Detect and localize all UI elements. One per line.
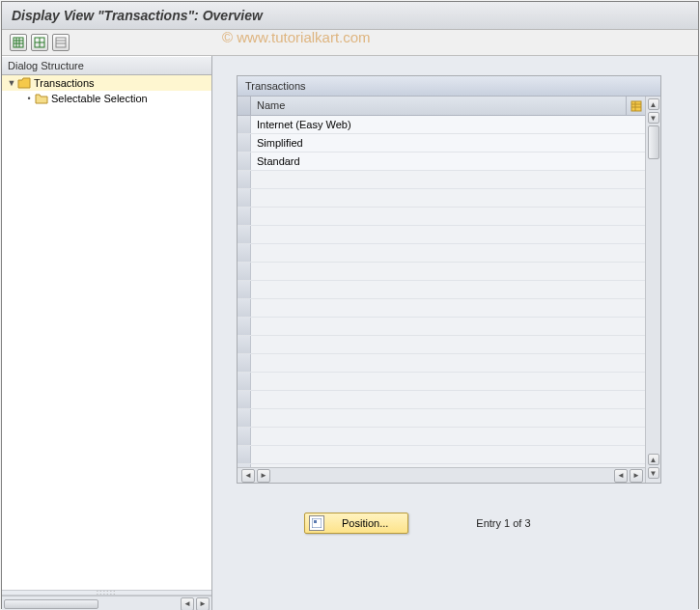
row-selector[interactable]: [238, 409, 251, 427]
cell-name: [251, 446, 645, 463]
table-row[interactable]: [238, 226, 645, 244]
table-row[interactable]: [238, 354, 645, 373]
scroll-up-icon[interactable]: ▲: [648, 98, 659, 110]
row-selector[interactable]: [238, 189, 251, 207]
row-selector[interactable]: [238, 226, 251, 243]
scroll-left-icon[interactable]: ◄: [181, 597, 194, 611]
row-selector[interactable]: [238, 354, 251, 372]
cell-name: [251, 171, 645, 188]
tree-item-transactions[interactable]: ▼ Transactions: [2, 75, 211, 91]
table-row[interactable]: [238, 281, 645, 299]
cell-name: [251, 189, 645, 207]
column-header-name[interactable]: Name: [251, 97, 626, 115]
table-row[interactable]: [238, 373, 645, 391]
table-row[interactable]: Internet (Easy Web): [238, 116, 645, 134]
table-row[interactable]: [238, 336, 645, 354]
grid-green2-icon: [34, 37, 45, 48]
tree: ▼ Transactions • Selectable Selection: [2, 75, 211, 590]
table-row[interactable]: [238, 391, 645, 409]
scroll-up-icon[interactable]: ▲: [648, 454, 659, 465]
content-area: Transactions Name Internet (Easy Web)Sim…: [212, 56, 698, 610]
row-selector[interactable]: [238, 336, 251, 353]
table-row[interactable]: [238, 189, 645, 208]
scrollbar-thumb[interactable]: [4, 599, 98, 609]
svg-rect-11: [631, 101, 641, 111]
row-selector[interactable]: [238, 116, 251, 133]
row-selector[interactable]: [238, 318, 251, 335]
configure-columns-button[interactable]: [626, 97, 645, 115]
scroll-right-icon[interactable]: ►: [630, 469, 643, 483]
column-header-row: Name: [238, 97, 645, 116]
cell-name: [251, 226, 645, 243]
table-row[interactable]: [238, 263, 645, 281]
toolbar: [2, 30, 698, 56]
table-settings-icon: [630, 100, 642, 112]
cell-name: Standard: [251, 152, 645, 170]
table-row[interactable]: [238, 171, 645, 189]
select-all-column[interactable]: [238, 97, 251, 115]
row-selector[interactable]: [238, 244, 251, 262]
table-vscrollbar[interactable]: ▲ ▼ ▲ ▼: [645, 97, 660, 483]
table-row[interactable]: Standard: [238, 152, 645, 171]
collapse-icon[interactable]: ▼: [6, 78, 17, 88]
row-selector[interactable]: [238, 391, 251, 408]
scroll-right-icon[interactable]: ►: [196, 597, 210, 611]
scrollbar-thumb[interactable]: [648, 125, 659, 159]
row-selector[interactable]: [238, 208, 251, 225]
cell-name: [251, 409, 645, 427]
position-button-label: Position...: [342, 517, 388, 529]
svg-rect-8: [56, 38, 66, 47]
toolbar-button-1[interactable]: [10, 34, 27, 51]
sidebar-hscrollbar[interactable]: ◄ ►: [2, 596, 211, 610]
sidebar-header: Dialog Structure: [2, 56, 211, 75]
row-selector[interactable]: [238, 152, 251, 170]
table-row[interactable]: [238, 428, 645, 446]
toolbar-button-3[interactable]: [52, 34, 70, 51]
table-row[interactable]: [238, 244, 645, 263]
table-row[interactable]: Simplified: [238, 134, 645, 152]
entry-counter: Entry 1 of 3: [476, 517, 530, 529]
cell-name: [251, 208, 645, 225]
row-selector[interactable]: [238, 428, 251, 445]
position-icon: [309, 515, 324, 531]
panel-title: Transactions: [238, 76, 660, 97]
scroll-left-icon[interactable]: ◄: [614, 469, 628, 483]
toolbar-button-2[interactable]: [31, 34, 48, 51]
cell-name: [251, 281, 645, 298]
scroll-down-icon[interactable]: ▼: [648, 467, 659, 479]
cell-name: Simplified: [251, 134, 645, 152]
bullet-icon: •: [23, 94, 35, 103]
table-row[interactable]: [238, 208, 645, 226]
table-row[interactable]: [238, 446, 645, 464]
scroll-right-icon[interactable]: ►: [257, 469, 270, 483]
table-hscrollbar[interactable]: ◄ ► ◄ ►: [238, 467, 645, 483]
transactions-panel: Transactions Name Internet (Easy Web)Sim…: [237, 75, 661, 484]
table-row[interactable]: [238, 299, 645, 318]
tree-item-label: Selectable Selection: [51, 93, 148, 104]
cell-name: [251, 373, 645, 390]
scrollbar-track[interactable]: [648, 125, 659, 454]
row-selector[interactable]: [238, 134, 251, 152]
cell-name: [251, 354, 645, 372]
table-row[interactable]: [238, 318, 645, 336]
grid-green-icon: [13, 37, 24, 48]
cell-name: [251, 336, 645, 353]
row-selector[interactable]: [238, 299, 251, 317]
row-selector[interactable]: [238, 446, 251, 463]
page-title: Display View "Transactions": Overview: [2, 2, 698, 30]
scroll-left-icon[interactable]: ◄: [241, 469, 255, 483]
dialog-structure-sidebar: Dialog Structure ▼ Transactions • Select…: [2, 56, 212, 610]
row-selector[interactable]: [238, 171, 251, 188]
position-button[interactable]: Position...: [304, 513, 408, 534]
table-body: Internet (Easy Web)SimplifiedStandard: [238, 116, 645, 467]
table-row[interactable]: [238, 409, 645, 428]
row-selector[interactable]: [238, 281, 251, 298]
scroll-down-icon[interactable]: ▼: [648, 112, 659, 124]
cell-name: [251, 299, 645, 317]
row-selector[interactable]: [238, 373, 251, 390]
row-selector[interactable]: [238, 263, 251, 280]
cell-name: Internet (Easy Web): [251, 116, 645, 133]
cell-name: [251, 263, 645, 280]
tree-item-selectable-selection[interactable]: • Selectable Selection: [2, 91, 211, 106]
folder-open-icon: [17, 77, 31, 89]
